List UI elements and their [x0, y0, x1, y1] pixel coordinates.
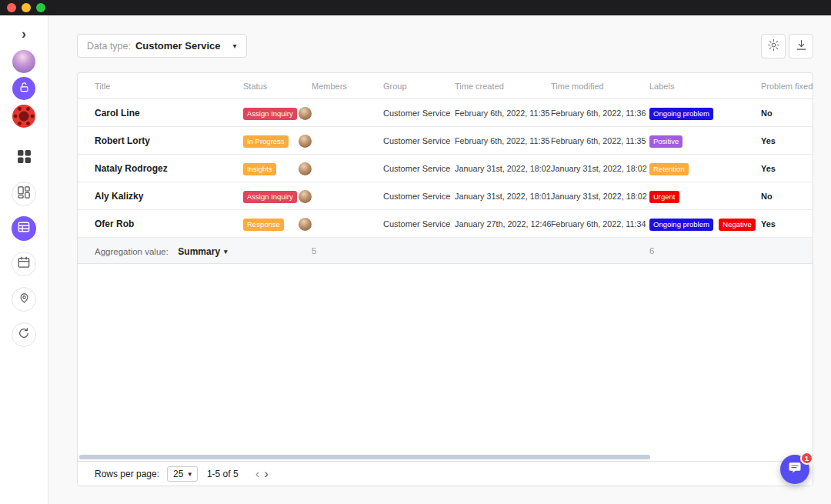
sidebar-item-location[interactable] [12, 287, 36, 312]
minimize-window-button[interactable] [22, 3, 31, 12]
cell-members [312, 216, 383, 230]
data-type-label: Data type: [87, 41, 131, 52]
column-header-labels: Labels [649, 82, 755, 91]
cell-time-created: January 27th, 2022, 12:46 [455, 219, 551, 229]
app-window: › [0, 15, 831, 504]
cell-problem-fixed: Yes [755, 219, 813, 229]
column-header-title: Title [95, 82, 243, 91]
table-row[interactable]: Aly Kalizky Assign Inquiry Customer Serv… [78, 182, 813, 210]
cell-labels: Urgent [649, 189, 755, 203]
column-header-status: Status [243, 82, 312, 91]
cell-group: Customer Service [383, 192, 455, 201]
cell-problem-fixed: Yes [755, 136, 813, 145]
table-row[interactable]: Carol Line Assign Inquiry Customer Servi… [78, 99, 813, 127]
table-icon [18, 221, 30, 236]
toolbar: Data type: Customer Service ▾ [77, 34, 813, 58]
app-logo[interactable] [12, 105, 36, 130]
download-icon [795, 38, 808, 55]
chat-launcher-button[interactable]: 1 [780, 455, 809, 484]
cell-time-created: January 31st, 2022, 18:02 [455, 164, 551, 173]
data-type-value: Customer Service [135, 40, 221, 52]
data-type-select[interactable]: Data type: Customer Service ▾ [77, 34, 247, 58]
chevron-right-icon: › [22, 26, 26, 42]
cell-time-created: February 6th, 2022, 11:35 [455, 136, 551, 145]
cell-title: Robert Lorty [95, 135, 243, 146]
column-header-time-modified: Time modified [551, 82, 649, 91]
column-header-group: Group [383, 82, 455, 91]
scrollbar-thumb[interactable] [79, 455, 650, 459]
cell-labels: Positive [649, 133, 755, 148]
aggregation-members-total: 5 [312, 246, 383, 255]
cell-time-created: January 31st, 2022, 18:01 [455, 192, 551, 201]
previous-page-button[interactable]: ‹ [255, 467, 260, 480]
cell-group: Customer Service [383, 164, 455, 173]
sidebar-item-apps[interactable] [15, 149, 32, 166]
cell-title: Aly Kalizky [95, 191, 243, 202]
data-table-card: Title Status Members Group Time created … [77, 72, 813, 486]
close-window-button[interactable] [7, 3, 16, 12]
table-row[interactable]: Nataly Rodrogez Insights Customer Servic… [78, 155, 813, 182]
cell-members [312, 161, 383, 175]
download-button[interactable] [789, 34, 813, 58]
next-page-button[interactable]: › [264, 467, 269, 480]
pagination-range: 1-5 of 5 [207, 469, 239, 479]
cell-members [312, 105, 383, 119]
label-badge: Ongoing problem [649, 108, 713, 120]
rows-per-page-select[interactable]: 25 ▾ [167, 466, 198, 482]
table-row[interactable]: Robert Lorty In Progress Customer Servic… [78, 127, 813, 155]
label-badge: Negative [719, 219, 756, 231]
column-header-members: Members [312, 82, 383, 91]
sidebar-item-table-active[interactable] [12, 216, 36, 241]
logo-icon [12, 104, 36, 132]
member-avatar [299, 218, 312, 231]
sidebar-expand-button[interactable]: › [16, 26, 32, 42]
column-header-time-created: Time created [455, 82, 551, 91]
cell-group: Customer Service [383, 219, 455, 229]
cell-labels: Retention [649, 161, 755, 175]
table-row[interactable]: Ofer Rob Response Customer Service Janua… [78, 210, 813, 238]
aggregation-value: Summary [178, 246, 220, 257]
rows-per-page-value: 25 [173, 469, 183, 479]
chevron-right-icon: › [264, 466, 269, 481]
aggregation-cell: Aggregation value: Summary ▾ [95, 244, 243, 258]
cell-title: Ofer Rob [95, 219, 243, 229]
cell-problem-fixed: No [755, 108, 813, 118]
cell-title: Carol Line [95, 108, 243, 118]
sidebar-item-lock[interactable] [12, 77, 35, 100]
status-badge: Insights [243, 163, 276, 175]
table-footer: Rows per page: 25 ▾ 1-5 of 5 ‹ › [78, 461, 813, 486]
cell-time-modified: February 6th, 2022, 11:36 [551, 108, 649, 118]
sidebar-item-sync[interactable] [12, 322, 36, 347]
main-content: Data type: Customer Service ▾ [48, 15, 831, 504]
table-empty-area [78, 264, 813, 461]
sidebar-item-dashboard[interactable] [12, 182, 36, 206]
cell-labels: Ongoing problem [649, 105, 755, 120]
caret-down-icon: ▾ [233, 42, 237, 50]
horizontal-scrollbar [79, 455, 811, 459]
dashboard-icon [18, 186, 30, 202]
aggregation-row: Aggregation value: Summary ▾ 5 6 [78, 238, 813, 264]
caret-down-icon: ▾ [224, 248, 228, 255]
status-badge: Response [243, 219, 284, 231]
location-pin-icon [18, 292, 30, 307]
aggregation-select[interactable]: Summary ▾ [178, 246, 227, 257]
zoom-window-button[interactable] [36, 3, 45, 12]
chevron-left-icon: ‹ [255, 466, 260, 481]
gear-icon [767, 38, 780, 55]
member-avatar [299, 107, 312, 120]
user-avatar[interactable] [12, 50, 35, 73]
settings-button[interactable] [761, 34, 786, 58]
sidebar: › [0, 15, 48, 504]
cell-labels: Ongoing problem Negative [649, 216, 755, 231]
cell-time-modified: January 31st, 2022, 18:02 [551, 164, 649, 173]
chat-unread-badge: 1 [800, 452, 813, 465]
sidebar-item-calendar[interactable] [12, 252, 36, 276]
member-avatar [299, 135, 312, 148]
toolbar-buttons [761, 34, 813, 58]
caret-down-icon: ▾ [188, 470, 192, 478]
calendar-icon [18, 256, 30, 272]
aggregation-label: Aggregation value: [95, 247, 169, 256]
table-header-row: Title Status Members Group Time created … [78, 73, 813, 99]
cell-time-modified: February 6th, 2022, 11:35 [551, 136, 649, 145]
unlock-icon [18, 82, 30, 96]
